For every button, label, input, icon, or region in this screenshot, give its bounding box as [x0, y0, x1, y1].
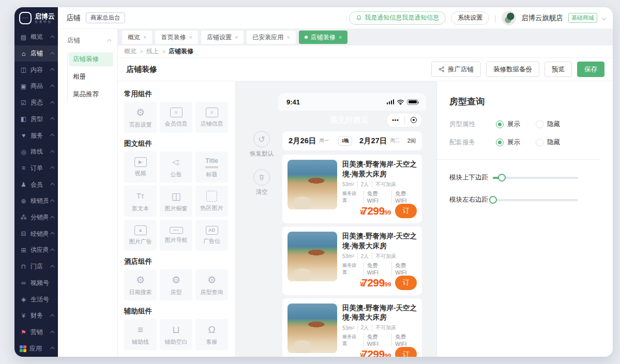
backup-data-button[interactable]: 装修数据备份 [486, 62, 539, 77]
radio-show[interactable]: 展示 [496, 120, 520, 129]
sidebar-item-distributor[interactable]: ⁂分销商 [14, 209, 58, 226]
save-button[interactable]: 保存 [577, 62, 604, 77]
date-search-bar[interactable]: 2月26日 周一 1晚 2月27日 周二 2间 [282, 131, 422, 150]
component-image-nav[interactable]: •••图片导航 [160, 220, 192, 251]
component-video[interactable]: ▶视频 [124, 151, 157, 183]
bell-icon [356, 14, 362, 21]
page-title: 店铺装修 [126, 65, 157, 74]
room-card[interactable]: 田美澳-野奢海岸-天空之境-海景大床房 53m²2人不可加床 服务设置免费WIF… [282, 298, 422, 357]
sidebar-item-life-account[interactable]: ◈生活号 [14, 291, 58, 308]
sidebar-item-content[interactable]: ◫内容 [14, 62, 58, 78]
submenu-item-album[interactable]: 相册 [69, 70, 113, 84]
sidebar-item-room-status[interactable]: ☑房态 [14, 95, 58, 111]
room-card[interactable]: 田美澳-野奢海岸-天空之境-海景大床房 53m²2人不可加床 服务设置免费WIF… [282, 226, 422, 295]
component-hotspot-image[interactable]: 热区图片 [195, 186, 228, 217]
book-button[interactable]: 订 [395, 204, 417, 218]
component-image-ad[interactable]: ▲图片广告 [124, 220, 157, 251]
chevron-up-icon [50, 216, 54, 220]
preview-button[interactable]: 预览 [545, 62, 572, 77]
checkout-date[interactable]: 2月27日 [359, 136, 387, 146]
share-icon [438, 66, 445, 72]
rooms-count[interactable]: 2间 [407, 138, 416, 145]
sidebar-item-dealer[interactable]: ⊟经销商 [14, 225, 58, 242]
component-image-showcase[interactable]: ◫图片橱窗 [160, 186, 192, 217]
component-guide-line[interactable]: ≡辅助线 [124, 319, 157, 350]
restore-default-button[interactable]: ↺ 恢复默认 [246, 131, 277, 158]
sidebar-item-overview[interactable]: ▤概览 [14, 29, 58, 46]
breadcrumb-current: 店铺装修 [169, 47, 193, 56]
sidebar-item-video-account[interactable]: ∞视频号 [14, 275, 58, 292]
sidebar-item-verifier[interactable]: ⊛核销员 [14, 193, 58, 209]
submenu-item-dish-recommend[interactable]: 菜品推荐 [69, 87, 113, 101]
mini-program-capsule[interactable]: ••• [387, 113, 422, 127]
sidebar-item-apps[interactable]: 应用 [14, 340, 58, 357]
submenu-item-shop-decoration[interactable]: 店铺装修 [69, 52, 113, 66]
vertical-margin-slider[interactable] [493, 177, 578, 179]
sidebar-item-goods[interactable]: ▣商品 [14, 78, 58, 95]
sidebar-item-members[interactable]: ♟会员 [14, 176, 58, 193]
breadcrumb-item[interactable]: 概览 [124, 47, 137, 56]
component-title[interactable]: Title标题 [195, 151, 228, 183]
sidebar-item-shop[interactable]: ⌂店铺 [14, 46, 58, 62]
tab-home-decoration[interactable]: 首页装修× [155, 31, 198, 44]
tab-installed-apps[interactable]: 已安装应用× [247, 31, 295, 44]
sidebar-item-room-type[interactable]: ◧房型 [14, 111, 58, 128]
sidebar-item-orders[interactable]: ≡订单 [14, 160, 58, 177]
component-page-settings[interactable]: ⚙页面设置 [124, 102, 157, 133]
avatar[interactable] [502, 11, 516, 25]
slider-handle[interactable] [489, 196, 497, 204]
component-shop-info[interactable]: ≡店铺信息 [195, 102, 228, 133]
component-date-search[interactable]: ⚙日期搜索 [124, 269, 157, 300]
component-rich-text[interactable]: Tт富文本 [124, 186, 157, 217]
slider-handle[interactable] [498, 174, 506, 181]
close-icon[interactable]: × [339, 34, 342, 40]
component-announcement[interactable]: ◁:公告 [160, 151, 192, 183]
notification-banner[interactable]: 我是通知信息我是通知信息 [349, 11, 446, 25]
component-ad-slot[interactable]: AD广告位 [195, 220, 228, 251]
primary-nav: ▤概览 ⌂店铺 ◫内容 ▣商品 ☑房态 ◧房型 ♥服务 ◎路线 ≡订单 ♟会员 … [14, 29, 58, 357]
account-badge: 基础商城 [568, 13, 597, 23]
room-title: 田美澳-野奢海岸-天空之境-海景大床房 [342, 304, 417, 323]
sidebar-item-service[interactable]: ♥服务 [14, 127, 58, 144]
sidebar-item-route[interactable]: ◎路线 [14, 144, 58, 160]
book-button[interactable]: 订 [395, 347, 417, 357]
component-palette: 常用组件 ⚙页面设置 ≡会员信息 ≡店铺信息 图文组件 ▶视频 ◁:公告 Tit… [118, 81, 235, 357]
system-settings-button[interactable]: 系统设置 [451, 11, 489, 25]
sidebar-item-finance[interactable]: ¥财务 [14, 308, 58, 324]
component-room-type[interactable]: ⚙房型 [160, 269, 192, 300]
life-account-icon: ◈ [20, 296, 27, 303]
video-icon: ▶ [134, 157, 147, 167]
tab-shop-settings[interactable]: 店铺设置× [201, 31, 244, 44]
sidebar-item-store[interactable]: ⊓门店 [14, 259, 58, 275]
brand-subtitle: 业务中台 [35, 20, 55, 24]
more-dots-icon[interactable]: ••• [392, 117, 399, 123]
capsule-target-icon[interactable] [411, 117, 417, 123]
component-member-info[interactable]: ≡会员信息 [160, 102, 192, 133]
radio-icon [496, 139, 504, 146]
checkin-date[interactable]: 2月26日 [289, 136, 316, 146]
radio-hide[interactable]: 隐藏 [536, 138, 560, 147]
close-icon[interactable]: × [286, 34, 290, 40]
brand-logo-icon [19, 12, 32, 24]
breadcrumb-item[interactable]: 线上 [146, 47, 159, 56]
clear-button[interactable]: 清空 [246, 169, 277, 196]
radio-hide[interactable]: 隐藏 [536, 120, 560, 129]
close-icon[interactable]: × [143, 34, 146, 40]
chevron-down-icon[interactable] [602, 16, 606, 20]
close-icon[interactable]: × [235, 34, 238, 40]
tab-shop-decoration[interactable]: 店铺装修× [299, 31, 347, 44]
component-customer-service[interactable]: Ω客服 [195, 319, 228, 350]
promote-shop-button[interactable]: 推广店铺 [431, 62, 481, 77]
room-card[interactable]: 田美澳-野奢海岸-天空之境-海景大床房 53m²2人不可加床 服务设置免费WIF… [282, 155, 422, 223]
component-spacer[interactable]: ⊔辅助空白 [160, 319, 192, 350]
book-button[interactable]: 订 [395, 276, 417, 290]
sidebar-item-marketing[interactable]: ⚑营销 [14, 324, 58, 341]
close-icon[interactable]: × [189, 34, 192, 40]
chevron-up-icon [50, 183, 54, 187]
tab-overview[interactable]: 概览× [122, 31, 152, 44]
sidebar-item-supplier[interactable]: ⊞供应商 [14, 242, 58, 259]
horizontal-margin-slider[interactable] [493, 199, 578, 201]
component-room-query[interactable]: ⚙房型查询 [195, 269, 228, 300]
submenu-header[interactable]: 店铺 [67, 36, 113, 45]
radio-show[interactable]: 展示 [496, 138, 520, 147]
